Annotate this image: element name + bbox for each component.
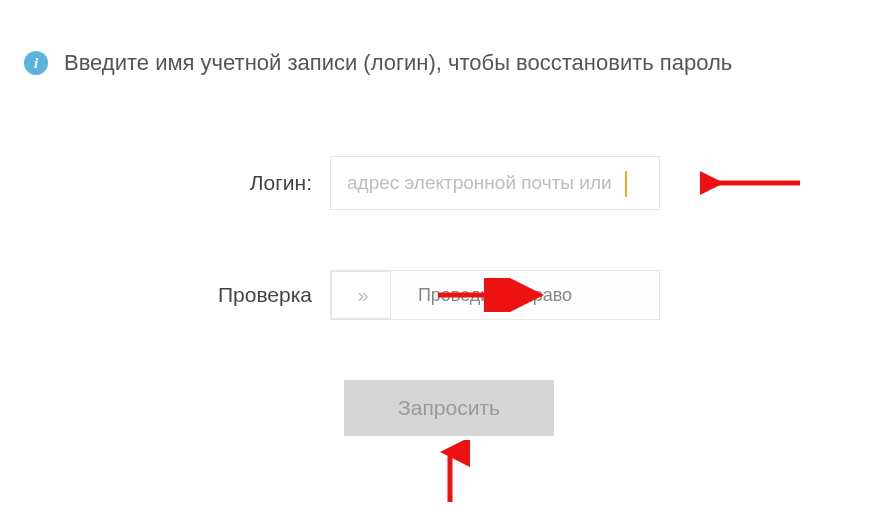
login-input-wrap[interactable] (330, 156, 660, 210)
annotation-arrow-left-icon (700, 166, 810, 200)
info-banner: i Введите имя учетной записи (логин), чт… (0, 0, 878, 76)
submit-row: Запросить (0, 380, 878, 436)
login-input[interactable] (347, 172, 643, 194)
slider-handle[interactable]: » (331, 271, 391, 319)
verify-label: Проверка (0, 283, 330, 307)
login-row: Логин: (0, 156, 878, 210)
info-icon: i (24, 51, 48, 75)
annotation-arrow-right-icon (430, 278, 550, 312)
submit-button[interactable]: Запросить (344, 380, 554, 436)
annotation-arrow-up-icon (430, 440, 470, 510)
login-label: Логин: (0, 171, 330, 195)
verify-row: Проверка » Проведите вправо (0, 270, 878, 320)
password-recovery-form: Логин: Проверка » Проведите вправо (0, 156, 878, 436)
text-cursor (625, 171, 627, 197)
chevron-right-icon: » (357, 284, 364, 307)
info-text: Введите имя учетной записи (логин), чтоб… (64, 50, 732, 76)
